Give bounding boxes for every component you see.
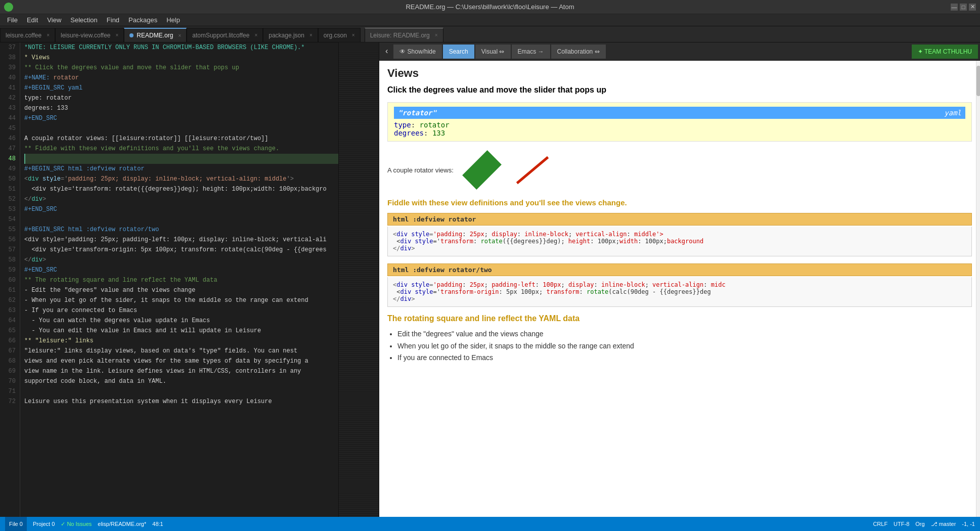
code-line: Leisure uses this presentation system wh… — [24, 396, 338, 407]
visual-label: Visual ⇔ — [481, 48, 505, 55]
tab-close[interactable]: × — [254, 32, 257, 38]
line-numbers: 37 38 39 40 41 42 43 44 45 46 47 48 49 5… — [0, 42, 20, 517]
tab-close[interactable]: × — [309, 32, 313, 38]
defview-rotator-header: html :defview rotator — [387, 213, 972, 226]
collaboration-label: Collaboration ⇔ — [557, 48, 600, 55]
tab-label: atomSupport.litcoffee — [192, 32, 249, 39]
menu-file[interactable]: File — [3, 15, 22, 25]
code-line: supported code block, and data in YAML. — [24, 376, 338, 386]
status-line-ending: CRLF — [873, 521, 887, 527]
status-coords: -1, -1 — [962, 521, 975, 527]
search-button[interactable]: Search — [443, 45, 474, 59]
menubar: File Edit View Selection Find Packages H… — [0, 14, 980, 26]
code-line: #+END_SRC — [24, 204, 338, 214]
status-encoding: UTF-8 — [894, 521, 909, 527]
code-line: </div> — [393, 245, 966, 252]
code-line: degrees: 133 — [24, 103, 338, 113]
defview-rotator-two-body: <div style='padding: 25px; padding-left:… — [387, 277, 972, 307]
code-line — [24, 386, 338, 396]
menu-edit[interactable]: Edit — [23, 15, 42, 25]
tab-close[interactable]: × — [47, 32, 50, 38]
code-line: views and even pick alternate views for … — [24, 356, 338, 366]
code-line: - When you let go of the sider, it snaps… — [24, 295, 338, 305]
code-line: * Views — [24, 53, 338, 63]
tab-atom-support[interactable]: atomSupport.litcoffee × — [187, 28, 263, 42]
code-text: *NOTE: LEISURE CURRENTLY ONLY RUNS IN CH… — [20, 42, 338, 517]
scrollbar-track[interactable] — [976, 61, 980, 517]
menu-find[interactable]: Find — [103, 15, 123, 25]
preview-heading: Views — [387, 67, 972, 80]
code-line: #+NAME: rotator — [24, 73, 338, 83]
code-line: </div> — [24, 194, 338, 204]
tab-close[interactable]: × — [178, 33, 181, 38]
tab-label: Leisure: README.org — [370, 32, 430, 39]
status-file: File 0 — [5, 517, 27, 531]
menu-view[interactable]: View — [43, 15, 65, 25]
emacs-button[interactable]: Emacs → — [512, 45, 550, 59]
visual-button[interactable]: Visual ⇔ — [475, 45, 511, 59]
preview-subheading: Click the degrees value and move the sli… — [387, 84, 972, 96]
tab-modified-dot — [129, 33, 133, 37]
diamond-shape — [462, 150, 502, 190]
yaml-type-line: type: rotator — [394, 121, 965, 129]
tab-leisure-view-coffee[interactable]: leisure-view.coffee × — [55, 28, 124, 42]
bullet-list: Edit the "degrees" value and the views c… — [397, 329, 972, 363]
code-line: <div style='transform: rotate({{degrees}… — [393, 238, 966, 245]
preview-panel: ‹ 👁 Show/hide Search Visual ⇔ Emacs → Co… — [379, 42, 980, 517]
active-code-line — [24, 154, 338, 164]
collaboration-button[interactable]: Collaboration ⇔ — [551, 45, 606, 59]
defview-rotator-body: <div style='padding: 25px; display: inli… — [387, 227, 972, 256]
code-line: A couple rotator views: [[leisure:rotato… — [24, 134, 338, 144]
menu-help[interactable]: Help — [162, 15, 184, 25]
status-branch: ⎇ master — [931, 521, 956, 527]
code-line: <div style='padding: 25px; padding-left:… — [393, 281, 966, 288]
tab-label: org.cson — [324, 32, 347, 39]
team-label: ✦ TEAM CTHULHU — [918, 48, 972, 55]
tabbar: leisure.coffee × leisure-view.coffee × R… — [0, 26, 980, 42]
window-title: README.org — C:\Users\bill\work\lc\floo\… — [406, 3, 574, 11]
preview-content[interactable]: Views Click the degrees value and move t… — [379, 61, 980, 517]
tab-label: leisure.coffee — [6, 32, 41, 39]
tab-label: leisure-view.coffee — [61, 32, 111, 39]
rotator-demo: A couple rotator views: — [387, 150, 972, 190]
tab-close[interactable]: × — [435, 32, 438, 38]
tab-package-json[interactable]: package.json × — [263, 28, 318, 42]
main-layout: 37 38 39 40 41 42 43 44 45 46 47 48 49 5… — [0, 42, 980, 517]
code-line: type: rotator — [24, 93, 338, 103]
status-path: elisp/README.org* — [98, 521, 146, 527]
tab-org-cson[interactable]: org.cson × — [318, 28, 361, 42]
tab-close[interactable]: × — [116, 32, 119, 38]
list-item: Edit the "degrees" value and the views c… — [397, 329, 972, 339]
menu-selection[interactable]: Selection — [66, 15, 101, 25]
yaml-block: "rotator" yaml type: rotator degrees: 13… — [387, 102, 972, 142]
maximize-button[interactable]: □ — [960, 4, 967, 11]
code-editor[interactable]: 37 38 39 40 41 42 43 44 45 46 47 48 49 5… — [0, 42, 339, 517]
code-line: <div style='transform-origin: 5px 100px;… — [24, 245, 338, 255]
minimize-button[interactable]: — — [951, 4, 958, 11]
code-line: - You can edit the value in Emacs and it… — [24, 326, 338, 336]
code-line: </div> — [24, 255, 338, 265]
tab-close[interactable]: × — [352, 32, 355, 38]
code-line — [24, 123, 338, 134]
statusbar-left: File 0 Project 0 ✓ No Issues elisp/READM… — [5, 517, 163, 531]
show-hide-button[interactable]: 👁 Show/hide — [393, 45, 442, 59]
line-shape — [516, 156, 549, 184]
code-line: #+END_SRC — [24, 265, 338, 275]
status-issues: ✓ No Issues — [61, 521, 92, 527]
back-arrow[interactable]: ‹ — [381, 47, 392, 56]
app-icon — [4, 3, 13, 12]
tab-leisure-readme[interactable]: Leisure: README.org × — [365, 28, 443, 42]
tab-leisure-coffee[interactable]: leisure.coffee × — [0, 28, 55, 42]
team-button[interactable]: ✦ TEAM CTHULHU — [912, 45, 978, 59]
code-line: <div style='padding: 25px; padding-left:… — [24, 235, 338, 245]
minimap-content — [339, 42, 379, 517]
statusbar-right: CRLF UTF-8 Org ⎇ master -1, -1 — [873, 521, 975, 527]
menu-packages[interactable]: Packages — [124, 15, 161, 25]
yaml-degrees-line: degrees: 133 — [394, 129, 965, 137]
code-line: <div style='padding: 25px; display: inli… — [393, 231, 966, 238]
close-button[interactable]: ✕ — [969, 4, 976, 11]
tab-readme-org[interactable]: README.org × — [124, 28, 187, 42]
scrollbar-thumb[interactable] — [976, 66, 980, 96]
code-line: - Edit the "degrees" value and the views… — [24, 285, 338, 295]
code-lines: 37 38 39 40 41 42 43 44 45 46 47 48 49 5… — [0, 42, 338, 517]
